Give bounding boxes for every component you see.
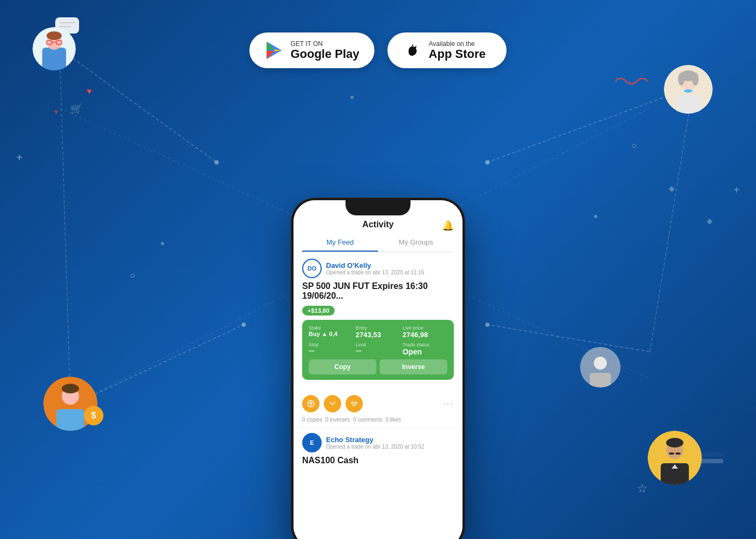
- activity-title: Activity: [362, 220, 394, 229]
- live-price-field: Live price 2746,98: [402, 325, 447, 339]
- svg-point-37: [62, 384, 79, 393]
- feed-item-1: DO David O'Kelly Opened a trade on abr 1…: [294, 252, 462, 391]
- tab-my-feed[interactable]: My Feed: [302, 234, 378, 252]
- bell-icon: 🔔: [442, 220, 454, 232]
- svg-point-42: [669, 452, 674, 455]
- svg-point-41: [666, 438, 683, 448]
- svg-rect-38: [56, 409, 84, 431]
- google-play-text: GET IT ON Google Play: [290, 40, 359, 61]
- app-store-text: Available on the App Store: [429, 40, 486, 61]
- inverse-button[interactable]: Inverse: [380, 359, 447, 374]
- squiggle-icon: [615, 76, 648, 89]
- trade-title-1: SP 500 JUN FUT Expires 16:30 19/06/20...: [302, 281, 454, 301]
- svg-point-33: [684, 89, 693, 93]
- user-row-1: DO David O'Kelly Opened a trade on abr 1…: [302, 259, 454, 278]
- trade-grid: Stake Buy ▲ 0,4 Entry 2743,53 Live price…: [309, 325, 447, 339]
- google-play-button[interactable]: GET IT ON Google Play: [249, 32, 374, 68]
- avatar-bottom-right: [648, 431, 702, 485]
- heart-icon-2: ♥: [54, 108, 58, 116]
- store-buttons: GET IT ON Google Play Available on the A…: [249, 32, 506, 68]
- user-avatar-echo: E: [302, 433, 322, 452]
- heart-icon-1: ♥: [87, 87, 92, 96]
- trade-actions: Copy Inverse: [309, 359, 447, 374]
- tab-my-groups[interactable]: My Groups: [378, 234, 454, 252]
- phone-mockup: Activity 🔔 My Feed My Groups DO David O'…: [291, 198, 465, 539]
- trade-grid-2: Stop — Limit — Trade status Open: [309, 342, 447, 356]
- svg-rect-23: [47, 55, 62, 70]
- phone-tabs: My Feed My Groups: [302, 234, 454, 252]
- more-options[interactable]: ···: [444, 399, 454, 409]
- user-row-2: E Echo Strategy Opened a trade on abr 13…: [302, 433, 454, 452]
- phone-frame: Activity 🔔 My Feed My Groups DO David O'…: [291, 198, 465, 539]
- status-field: Trade status Open: [402, 342, 447, 356]
- avatar-mid-right: [580, 347, 621, 387]
- user-name-echo: Echo Strategy: [326, 436, 424, 444]
- location-icon-2: ○: [130, 271, 135, 280]
- user-info-do: David O'Kelly Opened a trade on abr 13, …: [326, 261, 424, 275]
- svg-point-22: [47, 31, 62, 40]
- plus-icon-2: +: [733, 184, 740, 196]
- social-stats: 0 copies 0 inverses 0 comments 0 likes: [294, 417, 462, 427]
- avatar-top-left: [32, 27, 76, 70]
- svg-point-43: [675, 452, 681, 455]
- svg-rect-48: [590, 373, 611, 387]
- location-icon-1: ○: [631, 141, 637, 150]
- trade-card: Stake Buy ▲ 0,4 Entry 2743,53 Live price…: [302, 320, 454, 380]
- cart-icon: 🛒: [70, 103, 82, 115]
- app-store-button[interactable]: Available on the App Store: [388, 32, 507, 68]
- star-icon: ☆: [637, 482, 648, 496]
- phone-screen: Activity 🔔 My Feed My Groups DO David O'…: [294, 200, 462, 539]
- user-name-do: David O'Kelly: [326, 261, 424, 270]
- avatar-top-right: [664, 65, 713, 114]
- svg-point-32: [692, 73, 699, 86]
- social-row: ···: [294, 391, 462, 417]
- user-info-echo: Echo Strategy Opened a trade on abr 13, …: [326, 436, 424, 450]
- diamond-icon-2: ◆: [707, 216, 713, 225]
- stop-field: Stop —: [309, 342, 354, 356]
- svg-point-47: [594, 357, 607, 370]
- nas100-title: NAS100 Cash: [302, 456, 454, 465]
- profit-badge: +$13,80: [302, 306, 335, 315]
- svg-point-31: [678, 73, 685, 86]
- google-play-icon: [264, 41, 284, 60]
- phone-notch: [346, 200, 410, 215]
- stake-field: Stake Buy ▲ 0,4: [309, 325, 354, 339]
- feed-item-2: E Echo Strategy Opened a trade on abr 13…: [294, 427, 462, 471]
- limit-field: Limit —: [356, 342, 401, 356]
- user-avatar-do: DO: [302, 259, 322, 278]
- diamond-icon-1: ◆: [669, 184, 675, 193]
- svg-rect-34: [676, 95, 701, 114]
- apple-icon: [403, 41, 422, 60]
- inverse-social-btn[interactable]: [324, 395, 341, 412]
- dollar-badge: $: [84, 406, 103, 425]
- copy-button[interactable]: Copy: [309, 359, 376, 374]
- user-sub-echo: Opened a trade on abr 13, 2020 at 10:52: [326, 444, 424, 450]
- entry-field: Entry 2743,53: [356, 325, 401, 339]
- copy-social-btn[interactable]: [302, 395, 320, 412]
- plus-icon-1: +: [16, 152, 23, 164]
- like-social-btn[interactable]: [346, 395, 363, 412]
- user-sub-do: Opened a trade on abr 13, 2020 at 11:16: [326, 270, 424, 275]
- phone-screen-container: Activity 🔔 My Feed My Groups DO David O'…: [294, 200, 462, 539]
